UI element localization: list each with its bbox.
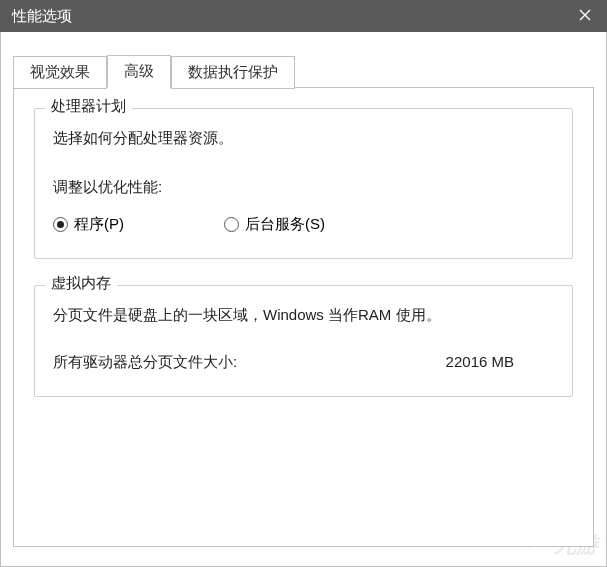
tab-label: 数据执行保护: [188, 63, 278, 80]
window-title: 性能选项: [12, 7, 72, 26]
vm-desc: 分页文件是硬盘上的一块区域，Windows 当作RAM 使用。: [53, 306, 554, 325]
adjust-label: 调整以优化性能:: [53, 178, 554, 197]
close-button[interactable]: [563, 0, 607, 32]
group-title: 处理器计划: [45, 97, 132, 116]
radio-icon: [224, 217, 239, 232]
vm-total-value: 22016 MB: [446, 353, 514, 372]
tab-visual-effects[interactable]: 视觉效果: [13, 56, 107, 89]
radio-row: 程序(P) 后台服务(S): [53, 215, 554, 234]
titlebar: 性能选项: [0, 0, 607, 32]
processor-desc: 选择如何分配处理器资源。: [53, 129, 554, 148]
radio-icon: [53, 217, 68, 232]
group-title: 虚拟内存: [45, 274, 117, 293]
tab-dep[interactable]: 数据执行保护: [171, 56, 295, 89]
close-icon: [579, 7, 591, 25]
vm-total-label: 所有驱动器总分页文件大小:: [53, 353, 237, 372]
radio-label: 程序(P): [74, 215, 124, 234]
tab-content-advanced: 处理器计划 选择如何分配处理器资源。 调整以优化性能: 程序(P) 后台服务(S…: [13, 87, 594, 547]
radio-background-services[interactable]: 后台服务(S): [224, 215, 325, 234]
tab-advanced[interactable]: 高级: [107, 55, 171, 88]
processor-scheduling-group: 处理器计划 选择如何分配处理器资源。 调整以优化性能: 程序(P) 后台服务(S…: [34, 108, 573, 259]
virtual-memory-group: 虚拟内存 分页文件是硬盘上的一块区域，Windows 当作RAM 使用。 所有驱…: [34, 285, 573, 397]
tab-label: 高级: [124, 62, 154, 79]
radio-label: 后台服务(S): [245, 215, 325, 234]
vm-total-row: 所有驱动器总分页文件大小: 22016 MB: [53, 353, 554, 372]
tab-label: 视觉效果: [30, 63, 90, 80]
radio-programs[interactable]: 程序(P): [53, 215, 124, 234]
window-body: 视觉效果 高级 数据执行保护 处理器计划 选择如何分配处理器资源。 调整以优化性…: [0, 32, 607, 567]
tab-bar: 视觉效果 高级 数据执行保护: [13, 54, 604, 87]
